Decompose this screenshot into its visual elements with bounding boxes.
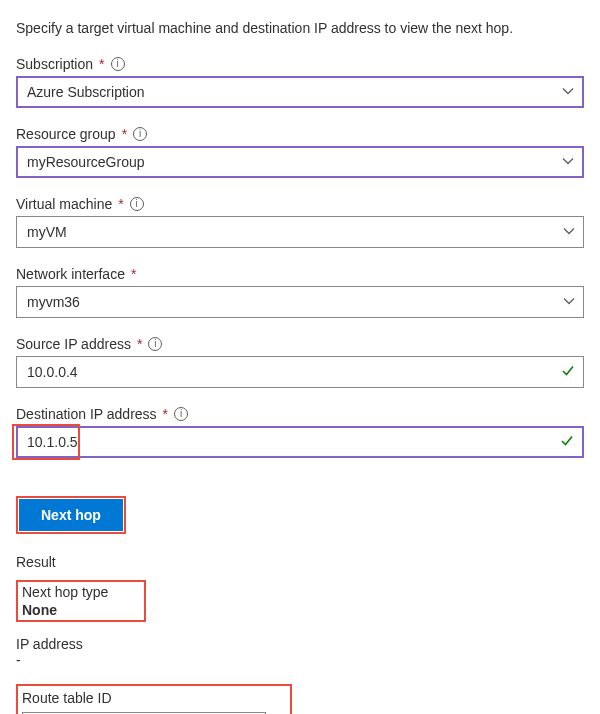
next-hop-type-value: None bbox=[22, 602, 108, 618]
required-mark: * bbox=[131, 266, 136, 282]
select-virtual-machine-value: myVM bbox=[27, 224, 67, 240]
required-mark: * bbox=[137, 336, 142, 352]
select-resource-group-value: myResourceGroup bbox=[27, 154, 145, 170]
chevron-down-icon bbox=[562, 84, 574, 100]
required-mark: * bbox=[122, 126, 127, 142]
field-resource-group: Resource group * i myResourceGroup bbox=[16, 126, 584, 178]
required-mark: * bbox=[163, 406, 168, 422]
select-virtual-machine[interactable]: myVM bbox=[16, 216, 584, 248]
select-network-interface-value: myvm36 bbox=[27, 294, 80, 310]
label-network-interface-text: Network interface bbox=[16, 266, 125, 282]
info-icon[interactable]: i bbox=[148, 337, 162, 351]
field-destination-ip: Destination IP address * i 10.1.0.5 bbox=[16, 406, 584, 458]
label-network-interface: Network interface * bbox=[16, 266, 584, 282]
annotation-highlight: Next hop type None bbox=[16, 580, 146, 622]
label-subscription: Subscription * i bbox=[16, 56, 584, 72]
chevron-down-icon bbox=[562, 154, 574, 170]
annotation-highlight: Route table ID System Route bbox=[16, 684, 292, 714]
label-resource-group: Resource group * i bbox=[16, 126, 584, 142]
label-destination-ip-text: Destination IP address bbox=[16, 406, 157, 422]
next-hop-type-label: Next hop type bbox=[22, 584, 108, 600]
label-virtual-machine-text: Virtual machine bbox=[16, 196, 112, 212]
label-source-ip-text: Source IP address bbox=[16, 336, 131, 352]
check-icon bbox=[561, 364, 575, 381]
select-resource-group[interactable]: myResourceGroup bbox=[16, 146, 584, 178]
field-virtual-machine: Virtual machine * i myVM bbox=[16, 196, 584, 248]
info-icon[interactable]: i bbox=[133, 127, 147, 141]
input-source-ip-value: 10.0.0.4 bbox=[27, 364, 78, 380]
check-icon bbox=[560, 434, 574, 451]
input-source-ip[interactable]: 10.0.0.4 bbox=[16, 356, 584, 388]
select-network-interface[interactable]: myvm36 bbox=[16, 286, 584, 318]
label-destination-ip: Destination IP address * i bbox=[16, 406, 584, 422]
label-subscription-text: Subscription bbox=[16, 56, 93, 72]
intro-text: Specify a target virtual machine and des… bbox=[16, 20, 584, 36]
annotation-highlight: Next hop bbox=[16, 496, 126, 534]
info-icon[interactable]: i bbox=[130, 197, 144, 211]
input-destination-ip-value: 10.1.0.5 bbox=[27, 434, 78, 450]
required-mark: * bbox=[118, 196, 123, 212]
next-hop-button[interactable]: Next hop bbox=[19, 499, 123, 531]
info-icon[interactable]: i bbox=[111, 57, 125, 71]
label-virtual-machine: Virtual machine * i bbox=[16, 196, 584, 212]
input-destination-ip[interactable]: 10.1.0.5 bbox=[16, 426, 584, 458]
chevron-down-icon bbox=[563, 224, 575, 240]
field-network-interface: Network interface * myvm36 bbox=[16, 266, 584, 318]
label-resource-group-text: Resource group bbox=[16, 126, 116, 142]
form-page: Specify a target virtual machine and des… bbox=[0, 0, 600, 714]
field-subscription: Subscription * i Azure Subscription bbox=[16, 56, 584, 108]
route-table-label: Route table ID bbox=[22, 686, 266, 706]
info-icon[interactable]: i bbox=[174, 407, 188, 421]
chevron-down-icon bbox=[563, 294, 575, 310]
result-heading: Result bbox=[16, 554, 584, 570]
label-source-ip: Source IP address * i bbox=[16, 336, 584, 352]
button-row: Next hop bbox=[16, 496, 126, 534]
ip-address-value: - bbox=[16, 652, 584, 668]
select-subscription[interactable]: Azure Subscription bbox=[16, 76, 584, 108]
select-subscription-value: Azure Subscription bbox=[27, 84, 145, 100]
ip-address-label: IP address bbox=[16, 636, 584, 652]
field-source-ip: Source IP address * i 10.0.0.4 bbox=[16, 336, 584, 388]
required-mark: * bbox=[99, 56, 104, 72]
